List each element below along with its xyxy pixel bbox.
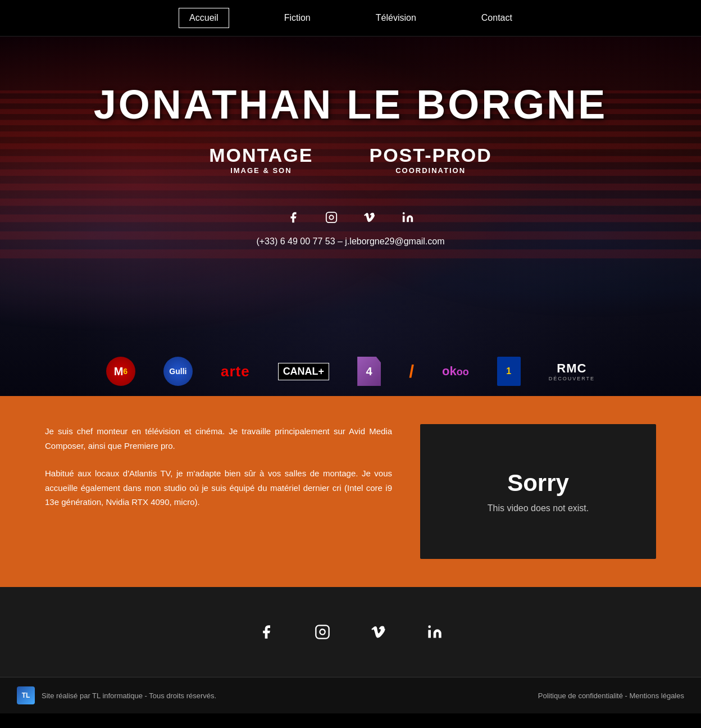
service-postprod-sub: COORDINATION	[370, 166, 492, 175]
vimeo-icon	[363, 211, 376, 224]
logo-okoo: okoo	[442, 364, 469, 379]
nav-television[interactable]: Télévision	[366, 8, 426, 28]
channel-logos: M6 Gulli arte CANAL+ 4 / okoo 1 RMC	[0, 347, 701, 396]
logo-m6: M6	[106, 357, 135, 386]
logo-france4: 4	[357, 357, 381, 386]
instagram-icon	[325, 211, 338, 224]
video-embed: Sorry This video does not exist.	[420, 424, 656, 559]
nav-fiction[interactable]: Fiction	[274, 8, 321, 28]
footer-instagram-link[interactable]	[311, 621, 334, 643]
service-montage: MONTAGE IMAGE & SON	[209, 144, 313, 175]
hero-content: JONATHAN LE BORGNE MONTAGE IMAGE & SON P…	[0, 81, 701, 280]
hero-section: JONATHAN LE BORGNE MONTAGE IMAGE & SON P…	[0, 37, 701, 396]
facebook-icon	[287, 211, 299, 224]
footer-social	[0, 587, 701, 677]
service-postprod-title: POST-PROD	[370, 144, 492, 166]
footer-bottom: TL Site réalisé par TL informatique - To…	[0, 677, 701, 713]
hero-facebook-link[interactable]	[284, 208, 302, 226]
footer-legal-links[interactable]: Politique de confidentialité - Mentions …	[538, 691, 684, 700]
service-postprod: POST-PROD COORDINATION	[370, 144, 492, 175]
logo-tf1: 1	[497, 357, 521, 386]
logo-arte: arte	[221, 363, 250, 380]
service-montage-title: MONTAGE	[209, 144, 313, 166]
svg-point-2	[403, 212, 405, 215]
footer-credit-area: TL Site réalisé par TL informatique - To…	[17, 686, 216, 704]
hero-linkedin-link[interactable]	[399, 208, 417, 226]
svg-point-5	[428, 625, 431, 628]
linkedin-icon	[402, 211, 414, 224]
bio-paragraph-2: Habitué aux locaux d'Atlantis TV, je m'a…	[45, 466, 392, 509]
footer-vimeo-icon	[371, 624, 386, 640]
nav-contact[interactable]: Contact	[471, 8, 522, 28]
video-sorry-text: Sorry	[507, 470, 569, 497]
navigation: Accueil Fiction Télévision Contact	[0, 0, 701, 37]
bio-text: Je suis chef monteur en télévision et ci…	[45, 424, 420, 559]
hero-vimeo-link[interactable]	[361, 208, 379, 226]
footer-instagram-icon	[315, 624, 330, 640]
footer-linkedin-link[interactable]	[424, 621, 446, 643]
hero-services: MONTAGE IMAGE & SON POST-PROD COORDINATI…	[209, 144, 492, 175]
video-error-message: This video does not exist.	[488, 503, 589, 513]
hero-name: JONATHAN LE BORGNE	[94, 81, 608, 128]
footer-vimeo-link[interactable]	[367, 621, 390, 643]
logo-gulli: Gulli	[163, 357, 193, 386]
footer-facebook-link[interactable]	[255, 621, 277, 643]
logo-canal: CANAL+	[278, 363, 330, 380]
svg-rect-3	[316, 625, 329, 638]
footer-credit-text: Site réalisé par TL informatique - Tous …	[42, 691, 216, 700]
hero-contact: (+33) 6 49 00 77 53 – j.leborgne29@gmail…	[256, 236, 444, 247]
hero-instagram-link[interactable]	[322, 208, 340, 226]
logo-slash: /	[409, 361, 414, 382]
logo-rmc: RMC DÉCOUVERTE	[549, 361, 595, 381]
footer-facebook-icon	[258, 624, 274, 640]
svg-rect-0	[326, 212, 336, 222]
content-section: Je suis chef monteur en télévision et ci…	[0, 396, 701, 587]
tl-logo: TL	[17, 686, 35, 704]
hero-social-links	[284, 208, 417, 226]
nav-accueil[interactable]: Accueil	[179, 8, 229, 28]
footer-linkedin-icon	[427, 624, 443, 640]
bio-paragraph-1: Je suis chef monteur en télévision et ci…	[45, 424, 392, 453]
service-montage-sub: IMAGE & SON	[209, 166, 313, 175]
